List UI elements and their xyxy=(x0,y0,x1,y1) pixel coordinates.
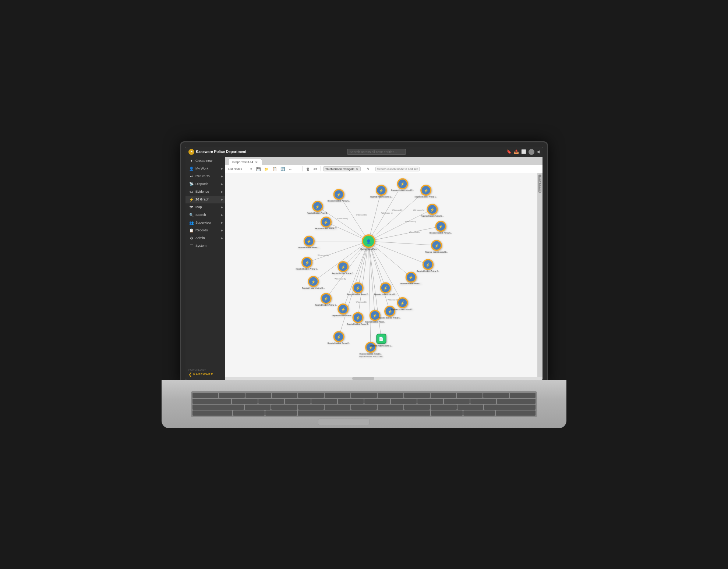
toolbar-edit-btn[interactable]: ✎ xyxy=(365,167,371,171)
node-1[interactable]: ⚡ Reported Incident: Animal C... xyxy=(370,185,392,198)
sidebar-item-create-new[interactable]: ✦ Create new xyxy=(185,157,225,165)
sidebar-item-dispatch[interactable]: 📡 Dispatch ▶ xyxy=(185,180,225,188)
key[interactable] xyxy=(311,399,337,404)
key[interactable] xyxy=(192,399,231,404)
window-icon[interactable]: ⬜ xyxy=(521,149,526,154)
node-11[interactable]: ⚡ Reported Incident: Animal C... xyxy=(315,216,337,230)
key[interactable] xyxy=(245,405,271,410)
key[interactable] xyxy=(192,405,244,410)
trackpad[interactable] xyxy=(318,419,370,425)
filter-tag-remove[interactable]: ✕ xyxy=(356,167,358,171)
key[interactable] xyxy=(245,393,271,398)
node-15[interactable]: ⚡ Reported Incident: Animal C... xyxy=(315,293,337,306)
bookmark-icon[interactable]: 🔖 xyxy=(506,149,512,154)
key[interactable] xyxy=(510,393,536,398)
graph-tab[interactable]: Graph Test 3.14 ✕ xyxy=(228,159,262,165)
key[interactable] xyxy=(192,393,218,398)
node-17[interactable]: ⚡ Reported Incident: Animal C... xyxy=(347,312,369,325)
key[interactable] xyxy=(298,405,324,410)
spacebar-key[interactable] xyxy=(298,410,430,416)
key[interactable] xyxy=(470,399,496,404)
toolbar-layout-btn[interactable]: ☰ xyxy=(295,167,300,171)
toolbar-refresh-btn[interactable]: 🔄 xyxy=(279,167,286,171)
toolbar-asterisk-btn[interactable]: ✦ xyxy=(248,167,254,171)
node-7[interactable]: ⚡ Reported Incident: Animal C... xyxy=(430,221,452,234)
tab-close-button[interactable]: ✕ xyxy=(255,160,258,164)
graph-scrollbar[interactable] xyxy=(225,377,543,380)
toolbar-copy-btn[interactable]: 📋 xyxy=(271,167,278,171)
node-18[interactable]: ⚡ Reported Incident: Anim6... xyxy=(365,310,385,323)
toolbar-save-btn[interactable]: 💾 xyxy=(255,167,262,171)
graph-area[interactable]: Witnessed by Witnessed by Witnessed by W… xyxy=(225,173,537,377)
sidebar-item-records[interactable]: 📋 Records ▶ xyxy=(185,227,225,234)
key[interactable] xyxy=(364,399,390,404)
user-avatar[interactable] xyxy=(529,149,534,155)
node-8[interactable]: ⚡ Reported Incident: Animal C... xyxy=(425,240,448,253)
key[interactable] xyxy=(444,399,470,404)
toolbar-delete-btn[interactable]: 🗑 xyxy=(305,167,311,171)
sidebar-item-graph[interactable]: ⚡ 26 Graph ▶ xyxy=(185,196,225,203)
key[interactable] xyxy=(496,410,536,416)
toolbar-arrows-btn[interactable]: ↔ xyxy=(287,167,293,171)
sidebar-item-evidence[interactable]: 🏷 Evidence ▶ xyxy=(185,188,225,196)
center-node[interactable]: 👤 Bekker, LandPrm xyxy=(360,234,377,250)
key[interactable] xyxy=(378,393,403,398)
node-26-alt[interactable]: 📄 Reported Incident: Animal C... xyxy=(370,334,392,346)
key[interactable] xyxy=(338,399,364,404)
key[interactable] xyxy=(351,405,377,410)
node-19[interactable]: ⚡ Reported Incident: Animal C... xyxy=(378,306,401,319)
key[interactable] xyxy=(192,410,232,416)
key[interactable] xyxy=(351,393,377,398)
node-25[interactable]: ⚡ Reported Incident: Animal C... Reporte… xyxy=(359,342,383,358)
key[interactable] xyxy=(483,393,509,398)
key[interactable] xyxy=(457,405,483,410)
node-23[interactable]: ⚡ Reported Incident: Animal C... xyxy=(374,282,397,295)
key[interactable] xyxy=(417,399,443,404)
key[interactable] xyxy=(232,399,258,404)
node-4[interactable]: ⚡ Reported Incident: Animal C... xyxy=(328,189,350,202)
sidebar-item-my-work[interactable]: 👤 My Work ▶ xyxy=(185,165,225,173)
key[interactable] xyxy=(484,405,536,410)
node-14[interactable]: ⚡ Reported Incident: Animal C... xyxy=(302,276,325,289)
key[interactable] xyxy=(431,410,463,416)
key[interactable] xyxy=(404,405,430,410)
key[interactable] xyxy=(463,410,495,416)
sidebar-item-system[interactable]: ☰ System xyxy=(185,242,225,250)
key[interactable] xyxy=(298,393,324,398)
key[interactable] xyxy=(272,393,298,398)
graph-scrollbar-thumb[interactable] xyxy=(352,377,374,380)
export-icon[interactable]: 📤 xyxy=(514,149,519,154)
sidebar-item-map[interactable]: 🗺 Map ▶ xyxy=(185,203,225,211)
key[interactable] xyxy=(404,393,430,398)
key[interactable] xyxy=(325,393,350,398)
key[interactable] xyxy=(219,393,245,398)
key[interactable] xyxy=(378,405,403,410)
sidebar-item-admin[interactable]: ⚙ Admin ▶ xyxy=(185,234,225,242)
key[interactable] xyxy=(271,405,297,410)
toolbar-tag-btn[interactable]: 🏷 xyxy=(312,167,318,171)
node-13[interactable]: ⚡ Reported Incident: Animal C... xyxy=(296,257,318,270)
node-10[interactable]: ⚡ Reported Incident: Animal C... xyxy=(400,271,422,285)
sidebar-item-search[interactable]: 🔍 Search ▶ xyxy=(185,211,225,219)
sidebar-item-supervisor[interactable]: 👥 Supervisor ▶ xyxy=(185,219,225,227)
node-9[interactable]: ⚡ Reported Incident: Animal C... xyxy=(417,259,439,272)
node-21[interactable]: ⚡ Reported Incident: Animal C... xyxy=(347,282,369,295)
sidebar-item-return-to[interactable]: ↩ Return To ▶ xyxy=(185,173,225,180)
node-3[interactable]: ⚡ Reported Incident: Animal C... xyxy=(415,185,437,198)
toolbar-folder-btn[interactable]: 📁 xyxy=(263,167,270,171)
node-2[interactable]: ⚡ Reported Incident: Animal C... xyxy=(391,178,414,191)
global-search-input[interactable] xyxy=(347,149,406,155)
key[interactable] xyxy=(431,405,456,410)
key[interactable] xyxy=(233,410,265,416)
key[interactable] xyxy=(258,399,284,404)
node-12[interactable]: ⚡ Reported Incident: Animal C... xyxy=(298,235,320,249)
node-22[interactable]: ⚡ Reported Incident: Animal C... xyxy=(332,261,354,274)
node-24[interactable]: ⚡ Reported Incident: Animal C... xyxy=(328,331,350,344)
node-search-input[interactable] xyxy=(375,167,420,171)
key[interactable] xyxy=(285,399,311,404)
key[interactable] xyxy=(391,399,417,404)
key[interactable] xyxy=(265,410,297,416)
key[interactable] xyxy=(457,393,483,398)
key[interactable] xyxy=(431,393,456,398)
collapse-icon[interactable]: ◀ xyxy=(537,149,540,154)
